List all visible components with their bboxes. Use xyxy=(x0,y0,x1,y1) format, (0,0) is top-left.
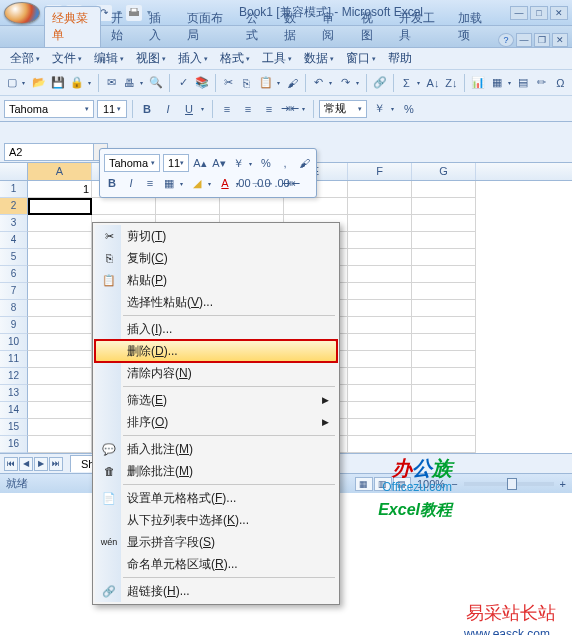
ctx-筛选[interactable]: 筛选(E)▶ xyxy=(95,389,337,411)
row-header[interactable]: 1 xyxy=(0,181,28,198)
row-header[interactable]: 5 xyxy=(0,249,28,266)
number-format-select[interactable]: 常规▾ xyxy=(319,100,367,118)
cell[interactable] xyxy=(348,266,412,283)
ctx-命名单元格区域[interactable]: 命名单元格区域(R)... xyxy=(95,553,337,575)
copy-icon[interactable]: ⎘ xyxy=(239,74,254,92)
borders-icon[interactable]: ▦ xyxy=(161,175,177,191)
cell[interactable] xyxy=(348,317,412,334)
merge-icon[interactable]: ⇥⇤ xyxy=(281,100,299,118)
currency-icon[interactable]: ￥ xyxy=(370,100,388,118)
cell[interactable] xyxy=(28,436,92,453)
cell[interactable] xyxy=(412,300,476,317)
redo-icon[interactable]: ↷ xyxy=(337,74,352,92)
cell[interactable] xyxy=(412,385,476,402)
cell[interactable] xyxy=(348,368,412,385)
ctx-选择性粘贴[interactable]: 选择性粘贴(V)... xyxy=(95,291,337,313)
cut-icon[interactable]: ✂ xyxy=(221,74,236,92)
cell[interactable] xyxy=(348,436,412,453)
minimize-button[interactable]: — xyxy=(510,6,528,20)
cell[interactable] xyxy=(412,266,476,283)
sheet-nav-first-icon[interactable]: ⏮ xyxy=(4,457,18,471)
menu-window[interactable]: 窗口▾ xyxy=(342,48,380,69)
tab-developer[interactable]: 开发工具 xyxy=(391,6,448,47)
office-button[interactable] xyxy=(4,2,40,24)
tab-data[interactable]: 数据 xyxy=(276,6,312,47)
tab-formulas[interactable]: 公式 xyxy=(238,6,274,47)
cell[interactable] xyxy=(348,300,412,317)
menu-edit[interactable]: 编辑▾ xyxy=(90,48,128,69)
cell[interactable] xyxy=(348,283,412,300)
ctx-粘贴[interactable]: 📋粘贴(P) xyxy=(95,269,337,291)
ctx-删除[interactable]: 删除(D)... xyxy=(95,340,337,362)
row-header[interactable]: 14 xyxy=(0,402,28,419)
cell[interactable] xyxy=(28,419,92,436)
cell[interactable] xyxy=(28,300,92,317)
ctx-设置单元格格式[interactable]: 📄设置单元格格式(F)... xyxy=(95,487,337,509)
comma-icon[interactable]: , xyxy=(277,155,293,171)
fill-color-icon[interactable]: ◢ xyxy=(189,175,205,191)
shrink-font-icon[interactable]: A▾ xyxy=(211,155,227,171)
open-icon[interactable]: 📂 xyxy=(31,74,47,92)
cell[interactable] xyxy=(412,436,476,453)
cell[interactable] xyxy=(348,334,412,351)
ctx-复制[interactable]: ⎘复制(C) xyxy=(95,247,337,269)
sort-desc-icon[interactable]: Z↓ xyxy=(444,74,459,92)
zoom-in-icon[interactable]: + xyxy=(560,478,566,490)
cell[interactable] xyxy=(28,317,92,334)
cell[interactable] xyxy=(412,232,476,249)
mail-icon[interactable]: ✉ xyxy=(103,74,118,92)
cell[interactable] xyxy=(412,215,476,232)
row-header[interactable]: 9 xyxy=(0,317,28,334)
mini-font-name[interactable]: Tahoma▾ xyxy=(104,154,160,172)
cell[interactable] xyxy=(348,351,412,368)
symbols-icon[interactable]: Ω xyxy=(553,74,568,92)
save-icon[interactable]: 💾 xyxy=(50,74,66,92)
cell[interactable] xyxy=(284,198,348,215)
percent-icon[interactable]: % xyxy=(400,100,418,118)
row-header[interactable]: 7 xyxy=(0,283,28,300)
mini-font-size[interactable]: 11▾ xyxy=(163,154,189,172)
cell[interactable] xyxy=(348,249,412,266)
doc-close-button[interactable]: ✕ xyxy=(552,33,568,47)
drawing-icon[interactable]: ✏ xyxy=(534,74,549,92)
link-icon[interactable]: 🔗 xyxy=(372,74,388,92)
cell[interactable] xyxy=(412,181,476,198)
sheet-nav-last-icon[interactable]: ⏭ xyxy=(49,457,63,471)
merge-icon[interactable]: ⇥⇤ xyxy=(283,175,299,191)
italic-icon[interactable]: I xyxy=(159,100,177,118)
align-center-icon[interactable]: ≡ xyxy=(239,100,257,118)
ctx-插入批注[interactable]: 💬插入批注(M) xyxy=(95,438,337,460)
format-painter-icon[interactable]: 🖌 xyxy=(285,74,300,92)
cell[interactable] xyxy=(28,402,92,419)
cell[interactable] xyxy=(28,385,92,402)
cell[interactable] xyxy=(412,334,476,351)
cell[interactable] xyxy=(348,419,412,436)
menu-data[interactable]: 数据▾ xyxy=(300,48,338,69)
cell[interactable] xyxy=(156,198,220,215)
cell[interactable] xyxy=(92,198,156,215)
underline-icon[interactable]: U xyxy=(180,100,198,118)
cell[interactable] xyxy=(28,368,92,385)
select-all-corner[interactable] xyxy=(0,163,28,180)
zoom-slider[interactable] xyxy=(464,482,554,486)
cell[interactable] xyxy=(220,198,284,215)
name-box[interactable]: A2 xyxy=(4,143,94,161)
ctx-超链接[interactable]: 🔗超链接(H)... xyxy=(95,580,337,602)
menu-view[interactable]: 视图▾ xyxy=(132,48,170,69)
cell[interactable] xyxy=(412,317,476,334)
doc-minimize-button[interactable]: — xyxy=(516,33,532,47)
permission-icon[interactable]: 🔒 xyxy=(69,74,85,92)
cell[interactable] xyxy=(412,402,476,419)
table-icon[interactable]: ▤ xyxy=(516,74,531,92)
col-header[interactable]: A xyxy=(28,163,92,180)
spell-icon[interactable]: ✓ xyxy=(175,74,190,92)
cell[interactable] xyxy=(28,283,92,300)
doc-restore-button[interactable]: ❐ xyxy=(534,33,550,47)
undo-icon[interactable]: ↶ xyxy=(311,74,326,92)
menu-file[interactable]: 文件▾ xyxy=(48,48,86,69)
tab-insert[interactable]: 插入 xyxy=(141,6,177,47)
accounting-icon[interactable]: ￥ xyxy=(230,155,246,171)
close-button[interactable]: ✕ xyxy=(550,6,568,20)
italic-icon[interactable]: I xyxy=(123,175,139,191)
cell[interactable] xyxy=(412,198,476,215)
